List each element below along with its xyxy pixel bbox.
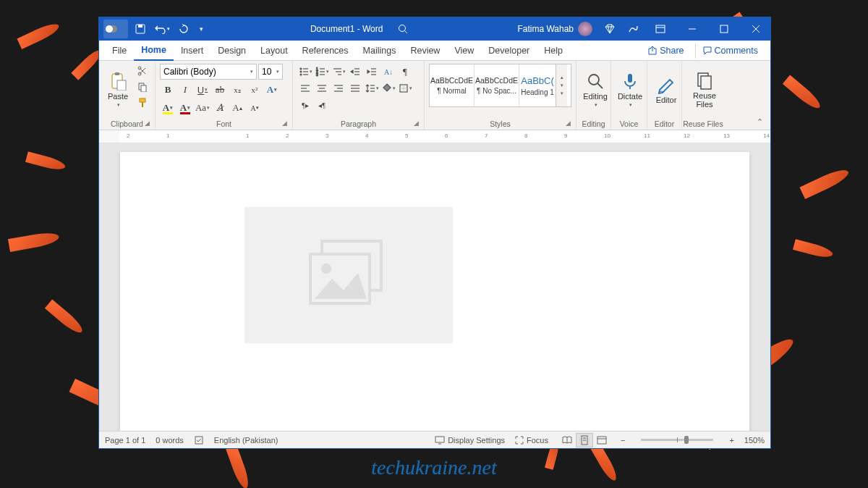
underline-button[interactable]: U▾ (195, 82, 210, 98)
group-label: Reuse Files (682, 119, 724, 128)
tab-developer[interactable]: Developer (481, 41, 537, 61)
decrease-indent-button[interactable] (347, 64, 363, 80)
justify-button[interactable] (347, 80, 363, 96)
tab-help[interactable]: Help (537, 41, 570, 61)
close-button[interactable] (741, 17, 770, 41)
tab-insert[interactable]: Insert (174, 41, 210, 61)
autosave-toggle[interactable] (103, 20, 128, 38)
style-heading-1[interactable]: AaBbC(Heading 1 (519, 64, 556, 106)
styles-more[interactable]: ▴▾▾ (556, 64, 567, 106)
borders-button[interactable]: ▾ (397, 80, 413, 96)
align-right-button[interactable] (331, 80, 346, 96)
style-normal[interactable]: AaBbCcDdE¶ Normal (430, 64, 475, 106)
multilevel-list-button[interactable]: ▾ (331, 64, 346, 80)
text-effects-button[interactable]: A▾ (264, 82, 280, 98)
zoom-out-button[interactable]: − (621, 436, 625, 445)
user-account[interactable]: Fatima Wahab (513, 22, 597, 36)
word-count[interactable]: 0 words (156, 436, 184, 445)
align-left-button[interactable] (297, 80, 313, 96)
paragraph-launcher[interactable]: ◢ (414, 119, 421, 127)
line-spacing-button[interactable]: ▾ (364, 80, 380, 96)
ribbon-display-icon[interactable] (623, 19, 643, 39)
read-mode-button[interactable] (558, 433, 576, 447)
numbering-button[interactable]: 123▾ (314, 64, 330, 80)
ribbon-mode-button[interactable] (646, 17, 675, 41)
paste-button[interactable]: Paste ▾ (103, 64, 132, 116)
group-voice: Dictate▾ Voice (611, 61, 647, 130)
share-button[interactable]: Share (642, 43, 690, 59)
tab-review[interactable]: Review (403, 41, 447, 61)
clear-formatting-button[interactable]: A̷ (212, 100, 228, 116)
styles-gallery[interactable]: AaBbCcDdE¶ Normal AaBbCcDdE¶ No Spac... … (429, 64, 571, 107)
collapse-ribbon-button[interactable]: ⌃ (757, 117, 763, 127)
redo-button[interactable] (174, 20, 193, 38)
page-number[interactable]: Page 1 of 1 (105, 436, 145, 445)
clipboard-launcher[interactable]: ◢ (145, 119, 152, 127)
tab-view[interactable]: View (447, 41, 481, 61)
change-case-button[interactable]: Aa▾ (195, 100, 210, 116)
superscript-button[interactable]: x² (247, 82, 263, 98)
align-center-button[interactable] (314, 80, 330, 96)
bold-button[interactable]: B (160, 82, 176, 98)
tab-references[interactable]: References (295, 41, 356, 61)
display-settings[interactable]: Display Settings (435, 436, 505, 445)
font-color-button[interactable]: A▾ (177, 100, 193, 116)
qat-customize[interactable]: ▾ (196, 20, 206, 38)
shrink-font-button[interactable]: A▾ (247, 100, 263, 116)
svg-rect-17 (140, 98, 145, 102)
svg-text:3: 3 (316, 72, 318, 77)
font-launcher[interactable]: ◢ (282, 119, 289, 127)
tab-layout[interactable]: Layout (253, 41, 295, 61)
svg-line-3 (405, 31, 408, 34)
styles-launcher[interactable]: ◢ (566, 119, 573, 127)
subscript-button[interactable]: x₂ (229, 82, 245, 98)
web-layout-button[interactable] (593, 433, 610, 447)
spell-check-icon[interactable] (194, 435, 204, 445)
format-painter-button[interactable] (135, 96, 150, 110)
show-marks-button[interactable]: ¶ (397, 64, 413, 80)
tab-home[interactable]: Home (134, 41, 174, 61)
shading-button[interactable]: ▾ (380, 80, 396, 96)
bullets-button[interactable]: ▾ (297, 64, 313, 80)
editor-button[interactable]: Editor (652, 64, 681, 116)
zoom-level[interactable]: 150% (744, 436, 765, 445)
zoom-in-button[interactable]: + (729, 436, 733, 445)
comments-button[interactable]: Comments (695, 43, 765, 59)
sort-button[interactable]: A↓ (380, 64, 396, 80)
reuse-files-button[interactable]: Reuse Files (686, 64, 723, 116)
page[interactable] (120, 152, 749, 431)
ltr-button[interactable]: ¶▸ (297, 97, 313, 113)
group-label: Editing (576, 119, 610, 128)
svg-point-65 (321, 264, 331, 274)
search-icon[interactable] (393, 19, 413, 39)
document-area[interactable] (99, 143, 770, 431)
minimize-button[interactable] (678, 17, 707, 41)
increase-indent-button[interactable] (364, 64, 380, 80)
maximize-button[interactable] (710, 17, 739, 41)
zoom-slider[interactable] (641, 439, 713, 441)
rtl-button[interactable]: ◂¶ (314, 97, 330, 113)
highlight-button[interactable]: A▾ (160, 100, 176, 116)
font-name-select[interactable]: Calibri (Body)▾ (160, 64, 257, 80)
copy-button[interactable] (135, 80, 150, 94)
cut-button[interactable] (135, 64, 150, 78)
tab-file[interactable]: File (105, 41, 134, 61)
tab-mailings[interactable]: Mailings (356, 41, 404, 61)
style-no-spacing[interactable]: AaBbCcDdE¶ No Spac... (475, 64, 519, 106)
editing-button[interactable]: Editing▾ (581, 64, 610, 116)
language-status[interactable]: English (Pakistan) (214, 436, 278, 445)
image-placeholder[interactable] (244, 207, 453, 343)
svg-rect-67 (435, 437, 444, 442)
print-layout-button[interactable] (576, 433, 593, 447)
font-size-select[interactable]: 10▾ (258, 64, 283, 80)
italic-button[interactable]: I (177, 82, 193, 98)
grow-font-button[interactable]: A▴ (229, 100, 245, 116)
strikethrough-button[interactable]: ab (212, 82, 228, 98)
horizontal-ruler[interactable]: 21 1234567891011121314 (99, 130, 770, 143)
undo-button[interactable]: ▾ (153, 20, 171, 38)
save-button[interactable] (131, 20, 150, 38)
diamond-icon[interactable] (600, 19, 620, 39)
dictate-button[interactable]: Dictate▾ (616, 64, 644, 116)
focus-mode[interactable]: Focus (515, 436, 548, 445)
tab-design[interactable]: Design (210, 41, 253, 61)
